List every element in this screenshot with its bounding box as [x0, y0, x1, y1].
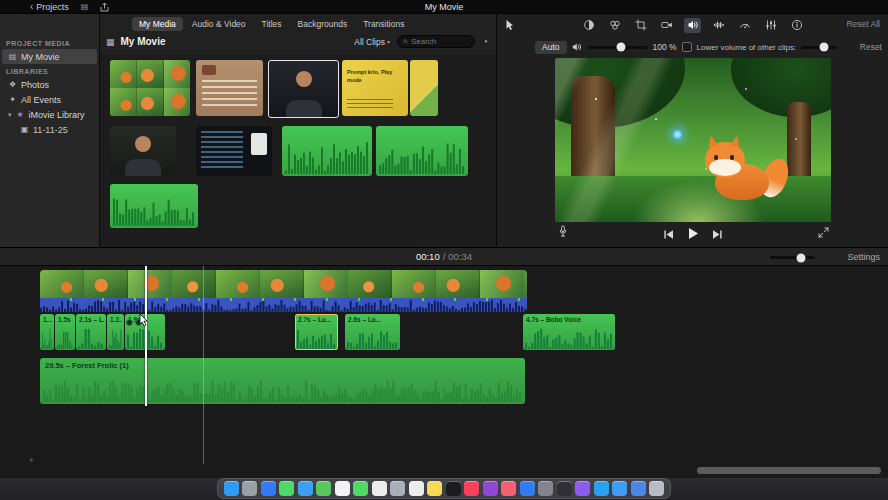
timeline-audio-clip[interactable]: 1... — [40, 314, 54, 350]
dock-icon-app-store[interactable] — [520, 481, 535, 496]
reset-button[interactable]: Reset — [860, 42, 882, 52]
media-clip[interactable] — [410, 60, 438, 116]
tab-titles[interactable]: Titles — [255, 17, 289, 31]
timeline[interactable]: 1...1.5s –...2.1s – L...1.2...1.9s...2.7… — [0, 266, 888, 478]
sidebar-item-all-events[interactable]: ✦ All Events — [2, 92, 97, 107]
dock-icon-reminders[interactable] — [409, 481, 424, 496]
timeline-audio-clip[interactable]: 1.5s –... — [55, 314, 75, 350]
dock-icon-downloads[interactable] — [631, 481, 646, 496]
tab-audio-video[interactable]: Audio & Video — [185, 17, 253, 31]
imovie-library-icon: ★ — [16, 110, 25, 119]
clip-effect-badge[interactable] — [126, 319, 133, 326]
dock-icon-launchpad[interactable] — [242, 481, 257, 496]
clip-view-icon[interactable]: ▦ — [106, 37, 115, 47]
preview-video[interactable] — [555, 58, 831, 222]
timeline-audio-clip[interactable]: 1.2... — [107, 314, 124, 350]
ducking-slider[interactable] — [801, 46, 837, 49]
sidebar-item-photos[interactable]: ❖ Photos — [2, 77, 97, 92]
media-clip[interactable] — [110, 60, 190, 116]
sidebar-item-label: All Events — [21, 95, 61, 105]
tab-my-media[interactable]: My Media — [132, 17, 183, 31]
zoom-slider-knob[interactable] — [796, 253, 805, 262]
dock-icon-tv[interactable] — [446, 481, 461, 496]
dock-icon-contacts[interactable] — [390, 481, 405, 496]
dock-icon-podcasts[interactable] — [483, 481, 498, 496]
speed-icon[interactable] — [736, 18, 753, 33]
audio-clip-label: 1.5s –... — [58, 316, 73, 323]
music-clip[interactable]: 29.5s – Forest Frolic (1) — [40, 358, 525, 404]
sidebar-item-imovie-library[interactable]: ▾ ★ iMovie Library — [2, 107, 97, 122]
info-icon[interactable] — [788, 18, 805, 33]
media-clip[interactable] — [110, 126, 176, 176]
skip-forward-button[interactable] — [712, 226, 724, 244]
chevron-down-icon: ▾ — [8, 111, 12, 119]
clip-filter-dropdown[interactable]: All Clips ▾ — [354, 37, 390, 47]
color-correction-icon[interactable] — [606, 18, 623, 33]
media-clip[interactable] — [196, 60, 263, 116]
share-icon[interactable] — [100, 2, 109, 12]
crop-icon[interactable] — [632, 18, 649, 33]
dock-icon-facetime[interactable] — [353, 481, 368, 496]
inspector-panel: Reset All Auto 100 % Lower volume of oth… — [497, 14, 888, 247]
timeline-audio-clip[interactable]: 4.7s – Bobo Voice — [523, 314, 615, 350]
dock-icon-settings[interactable] — [538, 481, 553, 496]
noise-reduction-icon[interactable] — [710, 18, 727, 33]
dock-icon-photos[interactable] — [335, 481, 350, 496]
media-clip-audio[interactable] — [282, 126, 372, 176]
dock-icon-news[interactable] — [501, 481, 516, 496]
media-browser-panel: My MediaAudio & VideoTitlesBackgroundsTr… — [100, 14, 497, 247]
reset-all-button[interactable]: Reset All — [846, 19, 880, 29]
film-icon: ▤ — [8, 52, 17, 61]
timeline-settings-button[interactable]: Settings — [847, 252, 880, 262]
dock-icon-music[interactable] — [464, 481, 479, 496]
dock-icon-maps[interactable] — [316, 481, 331, 496]
media-library-icon[interactable]: ▤ — [81, 2, 89, 11]
color-balance-icon[interactable] — [580, 18, 597, 33]
search-input[interactable] — [411, 37, 469, 46]
dock-icon-terminal[interactable] — [557, 481, 572, 496]
volume-icon[interactable] — [684, 18, 701, 33]
playhead[interactable] — [145, 266, 147, 406]
music-clip-label: 29.5s – Forest Frolic (1) — [45, 361, 129, 370]
volume-slider-knob[interactable] — [616, 43, 625, 52]
skip-back-button[interactable] — [663, 226, 675, 244]
dock-icon-imovie[interactable] — [575, 481, 590, 496]
search-field[interactable] — [397, 35, 475, 48]
timeline-audio-clip[interactable]: 2.7s – Lu... — [295, 314, 338, 350]
effects-icon[interactable] — [762, 18, 779, 33]
timeline-audio-clip[interactable]: 2.6s – Lu... — [345, 314, 400, 350]
stabilization-icon[interactable] — [658, 18, 675, 33]
auto-button[interactable]: Auto — [535, 41, 567, 54]
timeline-zoom-slider[interactable] — [770, 256, 815, 259]
fullscreen-button[interactable] — [818, 227, 829, 238]
dock-icon-safari[interactable] — [261, 481, 276, 496]
lower-volume-checkbox[interactable] — [682, 42, 692, 52]
browser-header: ▦ My Movie All Clips ▾ ◔ — [100, 33, 496, 50]
sidebar-item-event-11-11-25[interactable]: ▣ 11-11-25 — [2, 122, 97, 137]
timeline-audio-clip[interactable]: 2.1s – L... — [76, 314, 106, 350]
voiceover-record-button[interactable] — [557, 225, 569, 239]
dock-icon-folder[interactable] — [612, 481, 627, 496]
dock-icon-finder[interactable] — [224, 481, 239, 496]
dock-icon-messages[interactable] — [279, 481, 294, 496]
dock-icon-keynote[interactable] — [594, 481, 609, 496]
media-clip[interactable] — [196, 126, 272, 176]
media-clip[interactable]: Prompt krlo, Play mode — [342, 60, 408, 116]
dock-icon-notes[interactable] — [427, 481, 442, 496]
media-clip-audio[interactable] — [110, 184, 198, 228]
play-button[interactable] — [687, 226, 700, 244]
tab-transitions[interactable]: Transitions — [356, 17, 411, 31]
dock-icon-trash[interactable] — [649, 481, 664, 496]
chevron-left-icon: ‹ — [30, 2, 33, 12]
ducking-slider-knob[interactable] — [819, 43, 828, 52]
dock-icon-calendar[interactable] — [372, 481, 387, 496]
volume-slider[interactable] — [588, 46, 648, 49]
media-clip-audio[interactable] — [376, 126, 468, 176]
dock-icon-mail[interactable] — [298, 481, 313, 496]
sidebar-item-my-movie[interactable]: ▤ My Movie — [2, 49, 97, 64]
media-clip-selected[interactable] — [268, 60, 339, 118]
tab-backgrounds[interactable]: Backgrounds — [291, 17, 355, 31]
timeline-scrollbar[interactable] — [697, 467, 881, 474]
content-filter-icon[interactable]: ◔ — [482, 37, 488, 47]
projects-back-button[interactable]: ‹ Projects — [30, 2, 69, 12]
